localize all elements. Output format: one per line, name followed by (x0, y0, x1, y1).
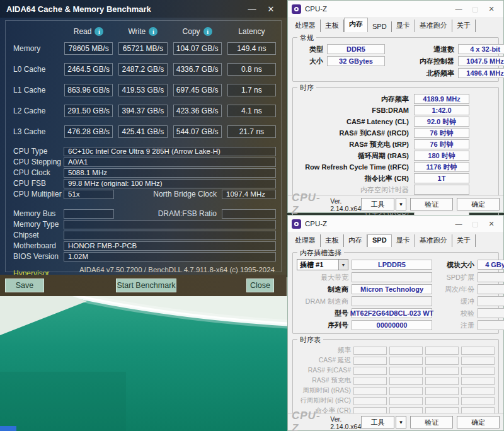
module-type-value: LPDDR5 (352, 260, 432, 270)
serial-number-value: 00000000 (352, 320, 432, 330)
cpuz-logo: CPU-Z (292, 192, 326, 217)
tab-mainboard[interactable]: 主板 (321, 20, 344, 32)
motherboard-label: Motherboard (11, 241, 64, 250)
part-number-label: 型号 (297, 309, 348, 318)
trc-label: 行周期时间 (tRC) (297, 396, 351, 405)
north-bridge-clock-value: 1097.4 MHz (222, 190, 276, 199)
minimize-icon[interactable]: — (243, 3, 261, 15)
chipset-label: Chipset (11, 231, 64, 239)
ok-button[interactable]: 确定 (457, 416, 500, 428)
frequency-label: 频率 (297, 346, 351, 355)
timing-cell (353, 357, 387, 365)
memory-controller-label: 内存控制器 (389, 57, 454, 66)
dram-frequency-label: 内存频率 (297, 95, 409, 104)
fsb-dram-label: FSB:DRAM (297, 106, 409, 114)
tools-dropdown-icon[interactable]: ▼ (396, 198, 407, 210)
tools-dropdown-icon[interactable]: ▼ (396, 416, 407, 428)
cpuz-window-title: CPU-Z (305, 5, 450, 13)
chevron-down-icon[interactable]: ▼ (338, 260, 348, 270)
desktop-wallpaper (0, 277, 287, 431)
close-icon[interactable]: ✕ (483, 3, 500, 14)
timing-cell (425, 387, 459, 395)
tab-strip: 处理器 主板 内存 SPD 显卡 基准跑分 关于 (288, 17, 503, 32)
dram-manufacturer-label: DRAM 制造商 (297, 297, 348, 306)
l0-copy-value: 4336.7 GB/s (173, 63, 222, 76)
row-label: L2 Cache (11, 106, 59, 115)
cpu-type-label: CPU Type (11, 147, 64, 156)
tab-about[interactable]: 关于 (452, 234, 476, 247)
tab-graphics[interactable]: 显卡 (392, 20, 415, 32)
tab-bench[interactable]: 基准跑分 (415, 20, 452, 32)
tab-memory[interactable]: 内存 (344, 234, 367, 247)
buffer-label: 缓冲 (435, 297, 474, 306)
tras-label: 周期时间 (tRAS) (297, 386, 351, 395)
cpu-type-value: 6C+10c Intel Core Ultra 9 285H (Arrow La… (64, 147, 276, 156)
north-bridge-clock-label: North Bridge Clock (114, 190, 222, 198)
start-benchmark-button[interactable]: Start Benchmark (116, 279, 176, 292)
info-icon[interactable]: i (94, 27, 103, 36)
tab-spd[interactable]: SPD (367, 234, 392, 247)
cpuz-window-title: CPU-Z (305, 220, 450, 227)
trcd-label: RAS# 到CAS# (tRCD) (297, 129, 409, 138)
dram-frequency-value: 4189.9 MHz (414, 94, 469, 104)
manufacturer-value: Micron Technology (352, 284, 432, 294)
minimize-icon[interactable]: — (450, 3, 467, 14)
memory-bus-row: Memory Bus DRAM:FSB Ratio (11, 209, 276, 219)
timing-cell (425, 377, 459, 385)
validate-button[interactable]: 验证 (410, 416, 453, 428)
row-label: L0 Cache (11, 65, 59, 74)
timing-cell (425, 367, 459, 375)
general-group: 常规 类型 DDR5 通道数 4 x 32-bit 大小 32 GBytes 内… (292, 37, 499, 82)
timing-cell (461, 397, 495, 405)
tab-graphics[interactable]: 显卡 (392, 234, 415, 247)
l3-latency-value: 21.7 ns (227, 125, 276, 138)
week-year-label: 周次/年份 (435, 285, 474, 294)
tab-bench[interactable]: 基准跑分 (415, 234, 452, 247)
ok-button[interactable]: 确定 (457, 198, 500, 210)
timing-cell (389, 347, 423, 355)
tab-memory[interactable]: 内存 (344, 18, 368, 32)
cas-label: CAS# 延迟 (297, 356, 351, 365)
validate-button[interactable]: 验证 (410, 198, 453, 210)
tab-processor[interactable]: 处理器 (290, 20, 321, 32)
timing-cell (425, 397, 459, 405)
close-icon[interactable]: ✕ (483, 218, 500, 229)
tab-spd[interactable]: SPD (368, 21, 392, 32)
trfc-value: 1176 时钟 (414, 162, 469, 172)
dram-fsb-ratio-value (222, 209, 276, 219)
column-write: Write i (118, 27, 167, 36)
system-info-section: CPU Type 6C+10c Intel Core Ultra 9 285H … (11, 146, 276, 281)
tab-strip: 处理器 主板 内存 SPD 显卡 基准跑分 关于 (288, 232, 503, 247)
module-size-value: 4 GBytes (478, 260, 504, 270)
trp-label: RAS# 预充电 (tRP) (297, 140, 409, 149)
timing-cell (389, 397, 423, 405)
tools-button[interactable]: 工具 (361, 416, 394, 428)
close-icon[interactable]: ✕ (261, 3, 280, 15)
column-copy: Copy i (173, 27, 222, 36)
table-row-l3-cache: L3 Cache 476.28 GB/s 425.41 GB/s 544.07 … (11, 125, 276, 138)
tools-button[interactable]: 工具 (361, 198, 394, 210)
tab-about[interactable]: 关于 (452, 20, 476, 32)
tab-processor[interactable]: 处理器 (290, 234, 321, 247)
slot-selection-group: 内存插槽选择 插槽 #1 ▼ LPDDR5 模块大小 4 GBytes 最大带宽… (292, 252, 499, 334)
slot-dropdown[interactable]: 插槽 #1 ▼ (297, 259, 348, 270)
info-icon[interactable]: i (203, 27, 212, 36)
minimize-icon[interactable]: — (450, 218, 467, 229)
close-button[interactable]: Close (246, 279, 274, 292)
l3-read-value: 476.28 GB/s (64, 125, 113, 138)
info-icon[interactable]: i (149, 27, 158, 36)
timing-cell (389, 357, 423, 365)
slot-selection-title: 内存插槽选择 (297, 248, 344, 258)
l0-read-value: 2464.5 GB/s (64, 63, 113, 76)
tab-mainboard[interactable]: 主板 (321, 234, 344, 247)
cpu-multiplier-label: CPU Multiplier (11, 190, 64, 198)
trp-value: 76 时钟 (414, 139, 469, 149)
maximize-icon: ▢ (467, 218, 483, 229)
cpu-fsb-label: CPU FSB (11, 179, 64, 188)
memory-bus-label: Memory Bus (11, 209, 64, 218)
max-bandwidth-label: 最大带宽 (297, 273, 348, 282)
save-button[interactable]: Save (5, 279, 44, 292)
trfc-label: Row Refresh Cycle Time (tRFC) (297, 163, 409, 171)
idle-timer-value (414, 185, 469, 195)
general-group-title: 常规 (297, 33, 316, 43)
